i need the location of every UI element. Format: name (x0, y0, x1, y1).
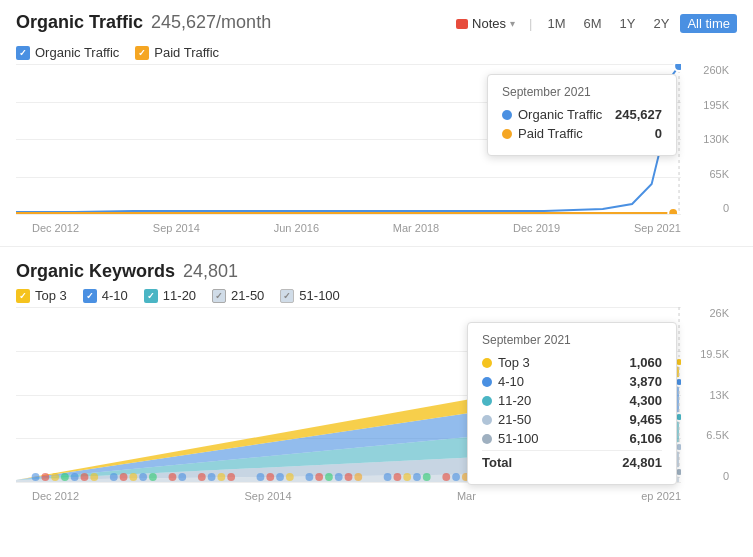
y-label-1: 260K (703, 64, 729, 76)
section1-title: Organic Traffic (16, 12, 143, 33)
tooltip2-dot4 (482, 415, 492, 425)
4-10-checkbox[interactable]: ✓ (83, 289, 97, 303)
y-label-3: 130K (703, 133, 729, 145)
tooltip2-dot3 (482, 396, 492, 406)
svg-point-28 (276, 473, 284, 481)
tooltip2-value1: 1,060 (629, 355, 662, 370)
section1-y-axis: 260K 195K 130K 65K 0 (687, 64, 729, 214)
tooltip2-label2: 4-10 (482, 374, 524, 389)
legend-11-20[interactable]: ✓ 11-20 (144, 288, 196, 303)
svg-point-22 (198, 473, 206, 481)
legend-21-50[interactable]: ✓ 21-50 (212, 288, 264, 303)
svg-point-32 (325, 473, 333, 481)
section1-legend: ✓ Organic Traffic ✓ Paid Traffic (16, 45, 219, 60)
svg-point-10 (51, 473, 59, 481)
section2-tooltip: September 2021 Top 3 1,060 4-10 3,870 11… (467, 322, 677, 485)
4-10-label: 4-10 (102, 288, 128, 303)
tooltip2-text2: 4-10 (498, 374, 524, 389)
x2-label-2: Sep 2014 (244, 490, 291, 502)
legend-4-10[interactable]: ✓ 4-10 (83, 288, 128, 303)
tooltip2-label4: 21-50 (482, 412, 531, 427)
svg-point-20 (169, 473, 177, 481)
legend-top3[interactable]: ✓ Top 3 (16, 288, 67, 303)
svg-point-40 (423, 473, 431, 481)
section2-value: 24,801 (183, 261, 238, 282)
tooltip2-total: Total 24,801 (482, 455, 662, 470)
svg-point-37 (393, 473, 401, 481)
tooltip1-value1: 245,627 (615, 107, 662, 122)
svg-point-18 (139, 473, 147, 481)
svg-point-27 (266, 473, 274, 481)
svg-point-41 (442, 473, 450, 481)
tooltip2-row1: Top 3 1,060 (482, 355, 662, 370)
x2-label-3: Mar (457, 490, 476, 502)
21-50-checkbox[interactable]: ✓ (212, 289, 226, 303)
y2-label-4: 6.5K (706, 429, 729, 441)
svg-point-29 (286, 473, 294, 481)
tooltip1-dot1 (502, 110, 512, 120)
svg-point-17 (129, 473, 137, 481)
organic-label: Organic Traffic (35, 45, 119, 60)
section1-x-axis: Dec 2012 Sep 2014 Jun 2016 Mar 2018 Dec … (32, 222, 681, 234)
tooltip2-total-label: Total (482, 455, 512, 470)
tooltip2-text5: 51-100 (498, 431, 538, 446)
tooltip2-value4: 9,465 (629, 412, 662, 427)
tooltip2-dot2 (482, 377, 492, 387)
notes-button[interactable]: Notes ▾ (450, 14, 521, 33)
tooltip1-dot2 (502, 129, 512, 139)
section2-x-axis: Dec 2012 Sep 2014 Mar ep 2021 (32, 490, 681, 502)
tooltip2-label3: 11-20 (482, 393, 531, 408)
tooltip1-value2: 0 (655, 126, 662, 141)
y-label-2: 195K (703, 99, 729, 111)
section1-tooltip: September 2021 Organic Traffic 245,627 P… (487, 74, 677, 156)
y2-label-2: 19.5K (700, 348, 729, 360)
svg-point-12 (71, 473, 79, 481)
legend-paid[interactable]: ✓ Paid Traffic (135, 45, 219, 60)
filter-1y[interactable]: 1Y (613, 14, 643, 33)
51-100-checkbox[interactable]: ✓ (280, 289, 294, 303)
filter-row: Notes ▾ | 1M 6M 1Y 2Y All time (450, 14, 737, 33)
notes-label: Notes (472, 16, 506, 31)
tooltip2-value5: 6,106 (629, 431, 662, 446)
svg-point-36 (384, 473, 392, 481)
section2-legend: ✓ Top 3 ✓ 4-10 ✓ 11-20 ✓ 21-50 ✓ 51 (16, 288, 737, 303)
filter-2y[interactable]: 2Y (646, 14, 676, 33)
tooltip2-label5: 51-100 (482, 431, 538, 446)
tooltip1-row1: Organic Traffic 245,627 (502, 107, 662, 122)
legend-51-100[interactable]: ✓ 51-100 (280, 288, 339, 303)
filter-alltime[interactable]: All time (680, 14, 737, 33)
tooltip1-label1: Organic Traffic (502, 107, 602, 122)
tooltip1-row2: Paid Traffic 0 (502, 126, 662, 141)
x2-label-1: Dec 2012 (32, 490, 79, 502)
svg-point-11 (61, 473, 69, 481)
tooltip2-label1: Top 3 (482, 355, 530, 370)
x-label-4: Mar 2018 (393, 222, 439, 234)
tooltip2-text4: 21-50 (498, 412, 531, 427)
svg-point-13 (81, 473, 89, 481)
top3-checkbox[interactable]: ✓ (16, 289, 30, 303)
svg-point-9 (41, 473, 49, 481)
filter-divider: | (529, 16, 532, 31)
paid-checkbox[interactable]: ✓ (135, 46, 149, 60)
tooltip1-label2: Paid Traffic (502, 126, 583, 141)
filter-1m[interactable]: 1M (540, 14, 572, 33)
svg-point-26 (257, 473, 265, 481)
legend-organic[interactable]: ✓ Organic Traffic (16, 45, 119, 60)
svg-point-42 (452, 473, 460, 481)
svg-point-8 (32, 473, 40, 481)
y-label-4: 65K (709, 168, 729, 180)
11-20-label: 11-20 (163, 288, 196, 303)
svg-point-24 (217, 473, 225, 481)
filter-6m[interactable]: 6M (577, 14, 609, 33)
tooltip1-text2: Paid Traffic (518, 126, 583, 141)
svg-point-15 (110, 473, 118, 481)
x2-label-4: ep 2021 (641, 490, 681, 502)
svg-point-31 (315, 473, 323, 481)
11-20-checkbox[interactable]: ✓ (144, 289, 158, 303)
x-label-1: Dec 2012 (32, 222, 79, 234)
tooltip1-text1: Organic Traffic (518, 107, 602, 122)
y2-label-5: 0 (723, 470, 729, 482)
organic-checkbox[interactable]: ✓ (16, 46, 30, 60)
51-100-label: 51-100 (299, 288, 339, 303)
tooltip1-date: September 2021 (502, 85, 662, 99)
